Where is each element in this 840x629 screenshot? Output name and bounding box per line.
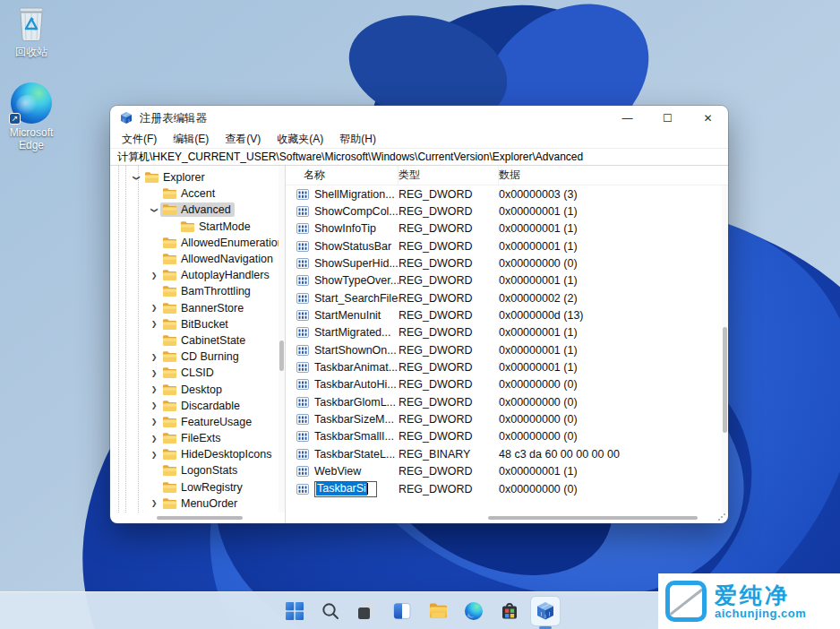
tree-item-desktop[interactable]: ❯ Desktop bbox=[110, 381, 279, 397]
reg-value-icon bbox=[296, 206, 314, 217]
reg-value-icon bbox=[296, 466, 314, 477]
chevron-right-icon[interactable]: ❯ bbox=[148, 369, 160, 377]
value-data: 0x00000001 (1) bbox=[499, 361, 721, 374]
tree-item-lowregistry[interactable]: LowRegistry bbox=[110, 479, 279, 495]
registry-value-row[interactable]: Start_SearchFilesREG_DWORD0x00000002 (2) bbox=[286, 289, 721, 306]
chevron-right-icon[interactable]: ❯ bbox=[148, 320, 160, 328]
scrollbar-thumb[interactable] bbox=[723, 327, 727, 433]
address-bar[interactable]: 计算机\HKEY_CURRENT_USER\Software\Microsoft… bbox=[110, 148, 728, 166]
tree-horizontal-scrollbar[interactable] bbox=[117, 514, 279, 521]
resize-grip[interactable] bbox=[718, 513, 725, 521]
list-horizontal-scrollbar[interactable] bbox=[484, 514, 712, 521]
desktop-icon-label: Microsoft Edge bbox=[10, 126, 54, 151]
tree-item-allowednavigation[interactable]: AllowedNavigation bbox=[110, 251, 279, 267]
tree-item-logonstats[interactable]: LogonStats bbox=[110, 462, 279, 478]
chevron-right-icon[interactable]: ❯ bbox=[148, 451, 160, 459]
reg-value-icon bbox=[296, 397, 314, 408]
tree-item-fileexts[interactable]: ❯ FileExts bbox=[110, 430, 279, 446]
scrollbar-thumb[interactable] bbox=[279, 340, 284, 371]
store-button[interactable] bbox=[495, 597, 524, 625]
search-button[interactable] bbox=[316, 597, 345, 625]
chevron-right-icon[interactable]: ❯ bbox=[148, 401, 160, 409]
chevron-down-icon[interactable]: ❯ bbox=[150, 203, 159, 216]
chevron-right-icon[interactable]: ❯ bbox=[148, 435, 160, 443]
tree-item-cd-burning[interactable]: ❯ CD Burning bbox=[110, 349, 279, 365]
menu-item[interactable]: 文件(F) bbox=[114, 132, 165, 147]
chevron-right-icon[interactable]: ❯ bbox=[148, 271, 160, 280]
desktop-icon-recycle-bin[interactable]: 回收站 bbox=[2, 5, 61, 58]
maximize-button[interactable]: ☐ bbox=[647, 106, 688, 131]
desktop-icon-microsoft-edge[interactable]: ↗ Microsoft Edge bbox=[2, 82, 61, 151]
registry-value-row[interactable]: TaskbarStateL...REG_BINARY48 c3 da 60 00… bbox=[286, 445, 721, 462]
tree-item-autoplayhandlers[interactable]: ❯ AutoplayHandlers bbox=[110, 267, 279, 283]
start-button[interactable] bbox=[280, 597, 309, 625]
scrollbar-thumb[interactable] bbox=[488, 516, 698, 520]
reg-value-icon bbox=[296, 431, 314, 442]
chevron-right-icon[interactable]: ❯ bbox=[148, 304, 160, 312]
tree-item-cabinetstate[interactable]: CabinetState bbox=[110, 332, 279, 349]
tree-item-bitbucket[interactable]: ❯ BitBucket bbox=[110, 316, 279, 332]
value-name: ShellMigration... bbox=[314, 188, 399, 201]
edit-row[interactable]: TaskbarSi REG_DWORD 0x00000000 (0) bbox=[286, 480, 721, 497]
value-type: REG_DWORD bbox=[399, 309, 499, 322]
registry-value-row[interactable]: ShowTypeOver...REG_DWORD0x00000001 (1) bbox=[286, 272, 721, 289]
chevron-right-icon[interactable]: ❯ bbox=[148, 499, 160, 507]
value-data: 0x00000000 (0) bbox=[499, 257, 721, 270]
registry-value-row[interactable]: TaskbarSmallI...REG_DWORD0x00000000 (0) bbox=[286, 428, 721, 445]
column-header-name[interactable]: 名称 bbox=[304, 166, 399, 185]
widgets-button[interactable] bbox=[388, 597, 416, 625]
chevron-right-icon[interactable]: ❯ bbox=[148, 385, 160, 393]
dword-value-icon bbox=[296, 258, 309, 269]
registry-value-row[interactable]: ShellMigration...REG_DWORD0x00000003 (3) bbox=[286, 185, 721, 202]
tree-item-allowedenumeration[interactable]: AllowedEnumeration bbox=[110, 235, 279, 251]
tree-item-startmode[interactable]: StartMode bbox=[110, 219, 279, 235]
regedit-taskbar-button[interactable] bbox=[531, 597, 560, 625]
registry-value-row[interactable]: ShowSuperHid...REG_DWORD0x00000000 (0) bbox=[286, 254, 721, 271]
registry-value-row[interactable]: ShowInfoTipREG_DWORD0x00000001 (1) bbox=[286, 220, 721, 237]
registry-value-row[interactable]: TaskbarSizeM...REG_DWORD0x00000000 (0) bbox=[286, 410, 721, 427]
minimize-button[interactable]: — bbox=[607, 106, 647, 131]
registry-value-row[interactable]: StartShownOn...REG_DWORD0x00000001 (1) bbox=[286, 341, 721, 358]
list-vertical-scrollbar[interactable] bbox=[722, 185, 728, 513]
menu-item[interactable]: 收藏夹(A) bbox=[269, 132, 331, 147]
task-view-button[interactable] bbox=[352, 597, 381, 625]
tree-vertical-scrollbar[interactable] bbox=[279, 166, 285, 513]
value-name: TaskbarAutoHi... bbox=[314, 378, 399, 391]
tree-item-featureusage[interactable]: ❯ FeatureUsage bbox=[110, 414, 279, 430]
chevron-down-icon[interactable]: ❯ bbox=[133, 171, 141, 184]
reg-value-icon bbox=[296, 362, 314, 373]
scrollbar-thumb[interactable] bbox=[157, 516, 243, 520]
menu-item[interactable]: 帮助(H) bbox=[331, 132, 384, 147]
reg-value-icon bbox=[296, 275, 314, 286]
registry-value-row[interactable]: StartMigrated...REG_DWORD0x00000001 (1) bbox=[286, 324, 721, 341]
column-header-type[interactable]: 类型 bbox=[399, 166, 499, 185]
column-header-data[interactable]: 数据 bbox=[499, 166, 728, 185]
menu-item[interactable]: 查看(V) bbox=[217, 132, 269, 147]
tree-item-advanced[interactable]: ❯ Advanced bbox=[110, 202, 279, 218]
registry-value-row[interactable]: StartMenuInitREG_DWORD0x0000000d (13) bbox=[286, 306, 721, 323]
tree-item-hidedesktopicons[interactable]: ❯ HideDesktopIcons bbox=[110, 446, 279, 462]
registry-value-row[interactable]: ShowStatusBarREG_DWORD0x00000001 (1) bbox=[286, 237, 721, 254]
registry-value-row[interactable]: TaskbarGlomL...REG_DWORD0x00000000 (0) bbox=[286, 393, 721, 410]
tree-item-accent[interactable]: Accent bbox=[110, 185, 279, 202]
registry-value-row[interactable]: ShowCompCol...REG_DWORD0x00000001 (1) bbox=[286, 202, 721, 220]
tree-item-bannerstore[interactable]: ❯ BannerStore bbox=[110, 300, 279, 316]
menu-item[interactable]: 编辑(E) bbox=[165, 132, 217, 147]
tree-item-bamthrottling[interactable]: BamThrottling bbox=[110, 283, 279, 299]
registry-value-row[interactable]: TaskbarAutoHi...REG_DWORD0x00000000 (0) bbox=[286, 376, 721, 393]
title-bar[interactable]: 注册表编辑器 — ☐ ✕ bbox=[110, 106, 728, 131]
tree-item-discardable[interactable]: ❯ Discardable bbox=[110, 398, 279, 414]
chevron-right-icon[interactable]: ❯ bbox=[148, 418, 160, 426]
dword-value-icon bbox=[296, 345, 309, 356]
tree-item-explorer[interactable]: ❯ Explorer bbox=[110, 169, 279, 185]
close-button[interactable]: ✕ bbox=[688, 106, 728, 131]
registry-value-row[interactable]: WebViewREG_DWORD0x00000001 (1) bbox=[286, 463, 721, 480]
chevron-right-icon[interactable]: ❯ bbox=[148, 353, 160, 361]
file-explorer-button[interactable] bbox=[424, 597, 452, 625]
registry-value-row[interactable]: TaskbarAnimat...REG_DWORD0x00000001 (1) bbox=[286, 358, 721, 375]
microsoft-store-icon bbox=[499, 600, 520, 622]
edge-button[interactable] bbox=[459, 597, 488, 625]
tree-item-clsid[interactable]: ❯ CLSID bbox=[110, 365, 279, 381]
tree-item-menuorder[interactable]: ❯ MenuOrder bbox=[110, 495, 279, 512]
rename-edit-box[interactable]: TaskbarSi bbox=[314, 481, 377, 497]
